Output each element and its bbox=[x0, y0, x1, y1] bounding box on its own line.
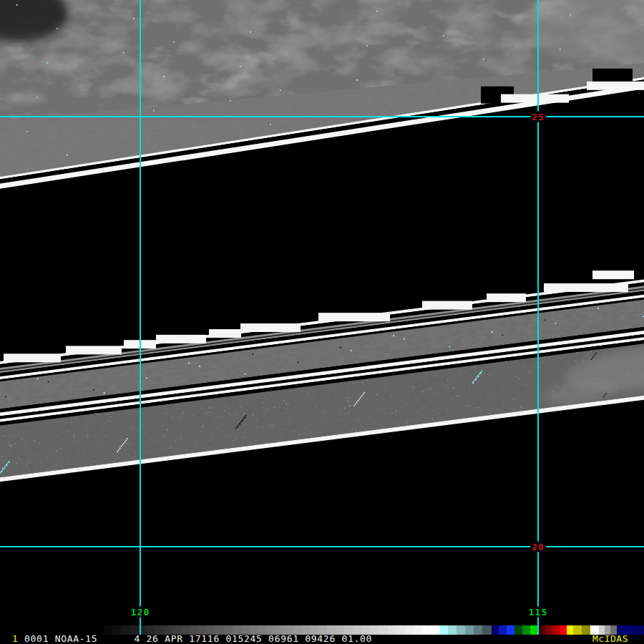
noise-dot bbox=[153, 110, 155, 112]
image-info-value: 0001 NOAA-15 4 26 APR 17116 015245 06961… bbox=[19, 633, 373, 644]
colorbar-block bbox=[457, 625, 465, 635]
scanline-step bbox=[592, 270, 634, 279]
noise-dot bbox=[245, 374, 246, 375]
noise-dot bbox=[404, 338, 405, 340]
noise-dot bbox=[492, 331, 493, 333]
noise-dot bbox=[123, 52, 125, 54]
noise-dot bbox=[555, 323, 557, 324]
noise-dot bbox=[480, 372, 482, 374]
noise-dot bbox=[235, 428, 237, 429]
noise-dot bbox=[595, 354, 596, 356]
noise-dot bbox=[596, 352, 597, 353]
colorbar-block bbox=[465, 625, 474, 635]
noise-dot bbox=[2, 469, 4, 471]
colorbar-block bbox=[538, 625, 545, 635]
noise-dot bbox=[298, 362, 299, 364]
noise-dot bbox=[7, 463, 9, 464]
noise-dot bbox=[605, 394, 607, 395]
noise-dot bbox=[252, 353, 253, 355]
noise-dot bbox=[593, 356, 595, 357]
noise-dot bbox=[36, 97, 38, 98]
noise-dot bbox=[48, 381, 49, 383]
noise-dot bbox=[603, 396, 605, 398]
noise-dot bbox=[199, 366, 200, 367]
noise-dot bbox=[230, 100, 231, 102]
noise-dot bbox=[0, 472, 1, 474]
scanline-step bbox=[209, 329, 241, 338]
noise-dot bbox=[502, 334, 504, 336]
noise-dot bbox=[122, 444, 123, 446]
noise-dot bbox=[449, 346, 450, 348]
noise-dot bbox=[237, 426, 238, 428]
noise-dot bbox=[477, 376, 479, 377]
colorbar-block bbox=[545, 625, 552, 635]
mcidas-window: 1 0001 NOAA-15 4 26 APR 17116 015245 069… bbox=[0, 0, 644, 644]
noise-dot bbox=[483, 59, 484, 60]
colorbar-block bbox=[573, 625, 582, 635]
colorbar-block bbox=[530, 625, 538, 635]
noise-dot bbox=[163, 76, 165, 77]
colorbar-block bbox=[414, 625, 422, 635]
noise-dot bbox=[250, 31, 251, 33]
noise-dot bbox=[479, 374, 480, 375]
noise-dot bbox=[476, 377, 477, 379]
noise-dot bbox=[9, 461, 10, 462]
noise-dot bbox=[6, 464, 7, 466]
noise-dot bbox=[358, 400, 359, 401]
noise-dot bbox=[240, 66, 241, 67]
noise-dot bbox=[570, 14, 571, 16]
noise-dot bbox=[359, 399, 361, 400]
noise-dot bbox=[361, 395, 363, 396]
noise-dot bbox=[119, 448, 121, 449]
scanline-step bbox=[587, 82, 644, 90]
noise-dot bbox=[173, 42, 175, 43]
satellite-image-display[interactable] bbox=[0, 0, 644, 623]
noise-dot bbox=[364, 392, 366, 394]
noise-dot bbox=[47, 62, 48, 64]
noise-dot bbox=[270, 124, 271, 125]
colorbar-block bbox=[379, 625, 388, 635]
noise-dot bbox=[104, 392, 105, 394]
noise-dot bbox=[26, 131, 28, 132]
colorbar-block bbox=[448, 625, 457, 635]
noise-dot bbox=[354, 405, 356, 406]
noise-dot bbox=[280, 89, 281, 91]
noise-dot bbox=[57, 28, 58, 29]
scanline-step bbox=[124, 340, 156, 348]
noise-dot bbox=[5, 396, 6, 397]
noise-dot bbox=[340, 347, 341, 348]
colorbar-block bbox=[422, 625, 431, 635]
noise-dot bbox=[1, 471, 2, 472]
noise-dot bbox=[244, 416, 245, 418]
noise-dot bbox=[121, 446, 122, 447]
frame-number: 1 bbox=[12, 633, 19, 644]
colorbar-block bbox=[499, 625, 507, 635]
status-bar: 1 0001 NOAA-15 4 26 APR 17116 015245 069… bbox=[0, 623, 644, 644]
noise-dot bbox=[243, 418, 244, 419]
noise-dot bbox=[393, 335, 394, 336]
noise-dot bbox=[123, 443, 125, 444]
colorbar-block bbox=[507, 625, 514, 635]
noise-dot bbox=[545, 320, 546, 321]
colorbar-block bbox=[405, 625, 414, 635]
noise-dot bbox=[189, 363, 190, 364]
colorbar-block bbox=[630, 625, 644, 635]
scanline-step bbox=[422, 301, 472, 310]
noise-dot bbox=[238, 424, 239, 426]
noise-dot bbox=[475, 379, 477, 380]
colorbar-block bbox=[482, 625, 491, 635]
noise-dot bbox=[118, 449, 119, 451]
scanline-step bbox=[66, 346, 122, 354]
scanline-step bbox=[240, 323, 301, 332]
noise-dot bbox=[245, 415, 247, 416]
noise-dot bbox=[67, 155, 68, 156]
noise-dot bbox=[366, 45, 368, 47]
colorbar-block bbox=[388, 625, 396, 635]
noise-dot bbox=[363, 394, 364, 395]
colorbar-block bbox=[431, 625, 439, 635]
colorbar-block bbox=[552, 625, 560, 635]
scanline-step bbox=[156, 335, 206, 343]
noise-dot bbox=[592, 357, 594, 358]
noise-dot bbox=[4, 466, 6, 467]
colorbar-block bbox=[492, 625, 499, 635]
